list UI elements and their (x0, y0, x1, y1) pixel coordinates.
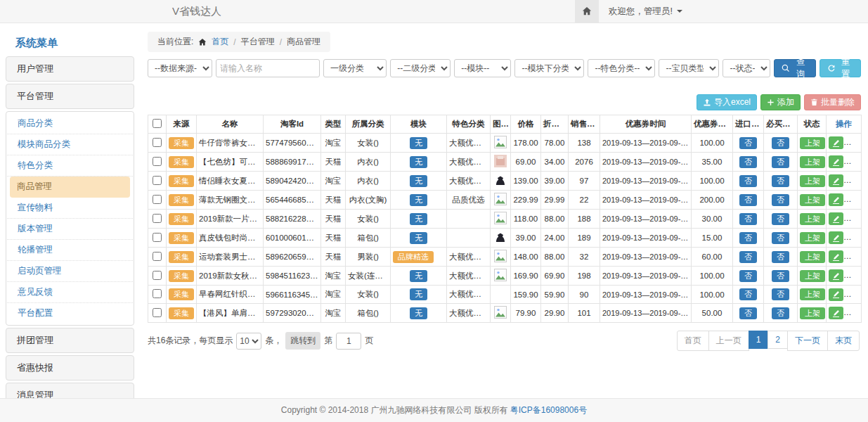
search-button[interactable]: 查询 (774, 59, 815, 77)
module-none-badge[interactable]: 无 (410, 307, 427, 319)
import-toggle-badge[interactable]: 否 (739, 137, 757, 149)
must-buy-toggle-badge[interactable]: 否 (772, 194, 789, 206)
page-number-input[interactable] (336, 333, 361, 350)
select-all-checkbox[interactable] (153, 119, 162, 128)
status-badge[interactable]: 上架 (800, 270, 825, 282)
module-none-badge[interactable]: 无 (410, 156, 427, 168)
sidebar-panel[interactable]: 省惠快报 (6, 355, 134, 381)
name-search-input[interactable] (216, 59, 320, 77)
sidebar-subitem[interactable]: 模块商品分类 (7, 134, 133, 155)
pager-link[interactable]: 末页 (827, 331, 860, 351)
icp-link[interactable]: 粤ICP备16098006号 (510, 404, 587, 416)
import-toggle-badge[interactable]: 否 (739, 232, 757, 244)
module-none-badge[interactable]: 无 (410, 288, 427, 300)
module-none-badge[interactable]: 无 (410, 270, 427, 282)
must-buy-toggle-badge[interactable]: 否 (772, 137, 789, 149)
import-toggle-badge[interactable]: 否 (739, 156, 757, 168)
status-badge[interactable]: 上架 (800, 232, 825, 244)
filter-select[interactable]: --宝贝类型-- (659, 59, 719, 77)
per-page-select[interactable]: 10 (236, 333, 261, 350)
edit-button[interactable] (829, 136, 843, 149)
sidebar-panel[interactable]: 用户管理 (6, 56, 134, 82)
edit-button[interactable] (829, 155, 843, 168)
import-toggle-badge[interactable]: 否 (739, 194, 757, 206)
filter-select[interactable]: --模块下分类-- (514, 59, 584, 77)
edit-button[interactable] (829, 250, 843, 263)
status-badge[interactable]: 上架 (800, 307, 825, 319)
import-toggle-badge[interactable]: 否 (739, 270, 757, 282)
row-checkbox[interactable] (153, 289, 162, 298)
must-buy-toggle-badge[interactable]: 否 (772, 270, 789, 282)
module-none-badge[interactable]: 无 (410, 175, 427, 187)
pager-link[interactable]: 首页 (677, 331, 709, 351)
user-menu[interactable]: 欢迎您，管理员! (599, 0, 692, 23)
module-none-badge[interactable]: 无 (410, 194, 427, 206)
import-toggle-badge[interactable]: 否 (739, 307, 757, 319)
import-toggle-badge[interactable]: 否 (739, 213, 757, 225)
sidebar-subitem[interactable]: 意见反馈 (7, 282, 133, 303)
must-buy-toggle-badge[interactable]: 否 (772, 251, 789, 263)
row-checkbox[interactable] (153, 138, 162, 147)
row-checkbox[interactable] (153, 308, 162, 317)
must-buy-toggle-badge[interactable]: 否 (772, 307, 789, 319)
edit-button[interactable] (829, 174, 843, 187)
must-buy-toggle-badge[interactable]: 否 (772, 213, 789, 225)
filter-select[interactable]: 一级分类 (323, 59, 387, 77)
row-checkbox[interactable] (153, 195, 162, 204)
sidebar-subitem[interactable]: 版本管理 (7, 219, 133, 240)
import-toggle-badge[interactable]: 否 (739, 251, 757, 263)
data-source-select[interactable]: --数据来源-- (148, 59, 212, 77)
sidebar-panel[interactable]: 消息管理 (6, 383, 134, 398)
batch-delete-button[interactable]: 批量删除 (804, 94, 861, 110)
status-badge[interactable]: 上架 (800, 251, 825, 263)
filter-select[interactable]: --状态-- (723, 59, 770, 77)
status-badge[interactable]: 上架 (800, 194, 825, 206)
module-none-badge[interactable]: 无 (410, 137, 427, 149)
edit-button[interactable] (829, 307, 843, 319)
sidebar-panel[interactable]: 拼团管理 (6, 328, 134, 353)
import-toggle-badge[interactable]: 否 (739, 288, 757, 300)
module-none-badge[interactable]: 无 (410, 213, 427, 225)
edit-button[interactable] (829, 269, 843, 282)
edit-button[interactable] (829, 193, 843, 206)
status-badge[interactable]: 上架 (800, 137, 825, 149)
sidebar-subitem[interactable]: 商品管理 (10, 177, 130, 198)
status-badge[interactable]: 上架 (800, 288, 825, 300)
row-checkbox[interactable] (153, 233, 162, 242)
sidebar-subitem[interactable]: 轮播管理 (7, 240, 133, 261)
row-checkbox[interactable] (153, 271, 162, 280)
must-buy-toggle-badge[interactable]: 否 (772, 175, 789, 187)
edit-button[interactable] (829, 288, 843, 301)
sidebar-subitem[interactable]: 启动页管理 (7, 261, 133, 282)
row-checkbox[interactable] (153, 176, 162, 185)
edit-button[interactable] (829, 231, 843, 244)
reset-button[interactable]: 重置 (820, 59, 861, 77)
status-badge[interactable]: 上架 (800, 213, 825, 225)
row-checkbox[interactable] (153, 214, 162, 223)
jump-button[interactable]: 跳转到 (285, 332, 320, 350)
must-buy-toggle-badge[interactable]: 否 (772, 288, 789, 300)
import-toggle-badge[interactable]: 否 (739, 175, 757, 187)
sidebar-panel[interactable]: 平台管理 (6, 84, 134, 109)
home-button[interactable] (575, 0, 599, 23)
row-checkbox[interactable] (153, 252, 162, 261)
edit-button[interactable] (829, 212, 843, 225)
sidebar-subitem[interactable]: 宣传物料 (7, 198, 133, 219)
row-checkbox[interactable] (153, 157, 162, 166)
status-badge[interactable]: 上架 (800, 175, 825, 187)
filter-select[interactable]: --特色分类-- (588, 59, 655, 77)
must-buy-toggle-badge[interactable]: 否 (772, 232, 789, 244)
breadcrumb-home-link[interactable]: 首页 (212, 36, 228, 48)
pager-link[interactable]: 下一页 (787, 331, 828, 351)
add-button[interactable]: 添加 (760, 94, 801, 110)
pager-link[interactable]: 上一页 (708, 331, 749, 351)
sidebar-subitem[interactable]: 特色分类 (7, 155, 133, 177)
pager-link[interactable]: 2 (767, 331, 788, 349)
module-none-badge[interactable]: 无 (410, 232, 427, 244)
sidebar-subitem[interactable]: 商品分类 (7, 113, 133, 134)
pager-link[interactable]: 1 (749, 331, 769, 349)
must-buy-toggle-badge[interactable]: 否 (772, 156, 789, 168)
import-excel-button[interactable]: 导入excel (697, 94, 757, 110)
filter-select[interactable]: --二级分类-- (390, 59, 451, 77)
sidebar-subitem[interactable]: 平台配置 (7, 303, 133, 324)
